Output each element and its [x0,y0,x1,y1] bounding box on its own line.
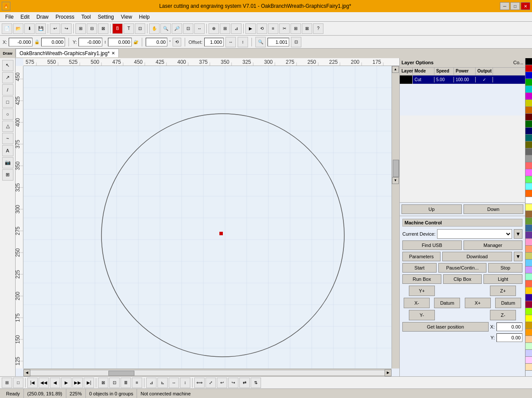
bt-align1[interactable]: ⊿ [146,378,157,388]
color-extra4[interactable] [525,343,532,350]
tab-file[interactable]: OakBranchWreath-GraphicsFairy1.jpg* ✕ [16,49,119,57]
color-lightcyan[interactable] [525,183,532,190]
download-button[interactable]: Download [442,252,512,261]
hscroll-left[interactable]: ◀ [23,369,30,376]
offset-v-button[interactable]: ↕ [238,37,248,47]
bt-move5[interactable]: ⇄ [239,378,250,388]
grid-tool[interactable]: ⊞ [2,169,13,181]
bitmap-button[interactable]: B [112,23,123,34]
canvas-container[interactable] [23,66,399,368]
node-tool[interactable]: ↗ [2,72,13,83]
color-skyblue[interactable] [525,260,532,266]
color-mint[interactable] [525,273,532,280]
color-pink[interactable] [525,239,532,246]
menu-draw[interactable]: Draw [33,13,52,21]
rotate-button[interactable]: ⟲ [173,38,181,46]
zoom-out-button[interactable]: 🔎 [172,23,182,34]
grid-button[interactable]: ⊞ [220,23,230,34]
bt-prev[interactable]: ◀◀ [39,378,49,388]
vscroll-track[interactable] [392,160,399,177]
color-black[interactable] [525,58,532,65]
color-extra5[interactable] [525,350,532,357]
hscroll-right[interactable]: ▶ [385,369,392,376]
layer-up-button[interactable]: Up [401,204,462,214]
parameters-button[interactable]: Parameters [402,252,441,261]
bt-move1[interactable]: ⟺ [194,378,205,388]
color-olive[interactable] [525,218,532,225]
cut-button[interactable]: ✂ [279,23,290,34]
menu-edit[interactable]: Edit [17,13,33,21]
color-lightyellow[interactable] [525,204,532,211]
color-lightred[interactable] [525,162,532,169]
vscroll-up[interactable]: ▲ [392,66,399,73]
zoom-glass-button[interactable]: 🔍 [255,37,266,47]
canvas-area[interactable]: 575 550 525 500 475 450 425 [16,58,399,376]
color-darkcyan[interactable] [525,135,532,141]
menu-tool[interactable]: Tool [78,13,94,21]
align-button[interactable]: ≡ [268,23,278,34]
clip-box-button[interactable]: Clip Box [443,274,482,284]
bt-layout1[interactable]: ≣ [121,378,131,388]
color-maroon[interactable] [525,301,532,308]
color-orange[interactable] [525,107,532,114]
vscroll-thumb[interactable] [393,160,399,177]
bt-move4[interactable]: ↪ [228,378,238,388]
y-input[interactable] [78,38,102,46]
datum-right-button[interactable]: Datum [495,298,521,308]
zplus-button[interactable]: Z+ [490,286,516,296]
color-teal[interactable] [525,225,532,232]
undo-button[interactable]: ↩ [50,23,60,34]
tab-close-button[interactable]: ✕ [111,51,115,56]
photo-tool[interactable]: 📷 [2,157,13,168]
color-brightyellow[interactable] [525,315,532,322]
bt-flip-h[interactable]: ↔ [169,378,179,388]
bt-step-back[interactable]: ◀ [50,378,60,388]
x-size-input[interactable] [41,38,65,46]
bt-grid1[interactable]: ⊞ [2,378,12,388]
bt-fill[interactable]: ⊠ [98,378,108,388]
maximize-button[interactable]: □ [510,2,520,10]
device-select[interactable] [437,229,512,239]
group-button[interactable]: ⊞ [75,23,86,34]
open-button[interactable]: 📂 [13,23,23,34]
text-tool[interactable]: A [2,145,13,156]
pause-continue-button[interactable]: Pause/Contin... [438,263,486,273]
light-button[interactable]: Light [483,274,522,284]
color-extra6[interactable] [525,357,532,364]
layer-down-button[interactable]: Down [463,204,524,214]
color-lime[interactable] [525,308,532,315]
get-laser-position-button[interactable]: Get laser position [402,322,489,332]
combine-button[interactable]: ⊠ [98,23,108,34]
color-lightmagenta[interactable] [525,169,532,176]
bt-move6[interactable]: ⇅ [251,378,261,388]
color-extra3[interactable] [525,336,532,343]
color-white[interactable] [525,197,532,204]
bt-layout2[interactable]: ≡ [132,378,142,388]
snap-button[interactable]: ⊿ [231,23,242,34]
color-indigo[interactable] [525,294,532,301]
zoom-input[interactable] [268,38,289,46]
menu-process[interactable]: Process [52,13,78,21]
color-blue[interactable] [525,72,532,79]
color-darkyellow[interactable] [525,141,532,148]
color-salmon[interactable] [525,246,532,253]
arrange-button[interactable]: ⊞ [290,23,301,34]
color-lightgreen[interactable] [525,176,532,183]
angle-input[interactable] [146,38,167,46]
color-magenta[interactable] [525,93,532,100]
xplus-button[interactable]: X+ [465,298,491,308]
download-dropdown-btn[interactable]: ▼ [514,252,522,261]
zminus-button[interactable]: Z- [490,310,516,320]
rect-tool[interactable]: □ [2,96,13,108]
line-tool[interactable]: / [2,84,13,95]
zoom-reset-button[interactable]: ⊡ [291,37,301,47]
bt-flip-v[interactable]: ↕ [180,378,190,388]
select-tool[interactable]: ↖ [2,60,13,71]
bt-outline[interactable]: ⊡ [109,378,120,388]
help-button[interactable]: ? [313,23,323,34]
color-darkred[interactable] [525,114,532,121]
offset-input[interactable] [204,38,224,46]
bt-play[interactable]: ▶ [61,378,72,388]
menu-help[interactable]: Help [136,13,153,21]
color-khaki[interactable] [525,253,532,260]
